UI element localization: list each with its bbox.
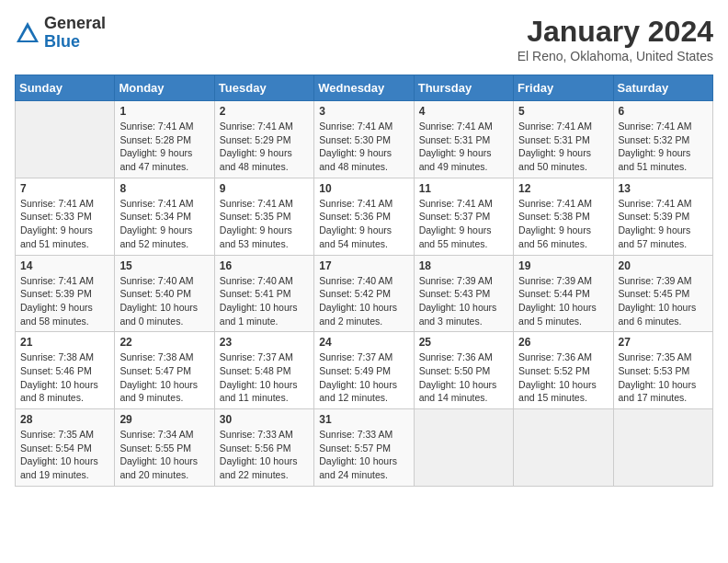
day-info: Sunrise: 7:37 AMSunset: 5:48 PMDaylight:… [220,350,309,405]
weekday-header: Sunday [16,75,115,101]
day-number: 11 [419,182,508,195]
calendar-cell: 13Sunrise: 7:41 AMSunset: 5:39 PMDayligh… [613,178,712,255]
calendar-cell: 11Sunrise: 7:41 AMSunset: 5:37 PMDayligh… [414,178,513,255]
calendar-cell: 26Sunrise: 7:36 AMSunset: 5:52 PMDayligh… [514,332,613,409]
day-number: 17 [319,259,408,272]
calendar-cell: 9Sunrise: 7:41 AMSunset: 5:35 PMDaylight… [214,178,313,255]
day-info: Sunrise: 7:41 AMSunset: 5:31 PMDaylight:… [518,120,608,174]
day-info: Sunrise: 7:39 AMSunset: 5:44 PMDaylight:… [518,274,608,328]
calendar-subtitle: El Reno, Oklahoma, United States [518,49,713,63]
day-number: 26 [518,336,608,349]
day-number: 24 [319,336,408,349]
day-info: Sunrise: 7:38 AMSunset: 5:46 PMDaylight:… [20,350,109,405]
day-number: 30 [220,413,309,426]
calendar-cell: 24Sunrise: 7:37 AMSunset: 5:49 PMDayligh… [314,332,414,409]
calendar-week-row: 21Sunrise: 7:38 AMSunset: 5:46 PMDayligh… [16,332,713,409]
day-info: Sunrise: 7:35 AMSunset: 5:54 PMDaylight:… [20,428,109,482]
day-number: 7 [20,182,109,195]
calendar-week-row: 28Sunrise: 7:35 AMSunset: 5:54 PMDayligh… [16,409,713,487]
calendar-cell: 6Sunrise: 7:41 AMSunset: 5:32 PMDaylight… [613,101,712,178]
logo-icon [15,20,40,46]
day-number: 20 [619,259,708,272]
day-info: Sunrise: 7:36 AMSunset: 5:52 PMDaylight:… [518,350,608,405]
day-info: Sunrise: 7:34 AMSunset: 5:55 PMDaylight:… [119,428,209,482]
day-number: 14 [20,259,109,272]
day-info: Sunrise: 7:39 AMSunset: 5:43 PMDaylight:… [419,274,508,328]
day-info: Sunrise: 7:40 AMSunset: 5:42 PMDaylight:… [319,274,408,328]
day-info: Sunrise: 7:35 AMSunset: 5:53 PMDaylight:… [619,350,708,405]
day-number: 3 [319,105,408,118]
day-info: Sunrise: 7:33 AMSunset: 5:56 PMDaylight:… [220,428,309,482]
day-info: Sunrise: 7:37 AMSunset: 5:49 PMDaylight:… [319,350,408,405]
weekday-header: Tuesday [214,75,313,101]
title-block: January 2024 El Reno, Oklahoma, United S… [518,15,713,63]
logo-line1: General [44,15,106,33]
day-number: 16 [220,259,309,272]
day-info: Sunrise: 7:33 AMSunset: 5:57 PMDaylight:… [319,428,408,482]
calendar-cell: 31Sunrise: 7:33 AMSunset: 5:57 PMDayligh… [314,409,414,487]
day-number: 18 [419,259,508,272]
calendar-week-row: 1Sunrise: 7:41 AMSunset: 5:28 PMDaylight… [16,101,713,178]
day-info: Sunrise: 7:41 AMSunset: 5:28 PMDaylight:… [119,120,209,174]
weekday-row: SundayMondayTuesdayWednesdayThursdayFrid… [16,75,713,101]
day-number: 2 [220,105,309,118]
calendar-cell: 2Sunrise: 7:41 AMSunset: 5:29 PMDaylight… [214,101,313,178]
day-number: 25 [419,336,508,349]
calendar-table: SundayMondayTuesdayWednesdayThursdayFrid… [15,75,713,487]
day-info: Sunrise: 7:38 AMSunset: 5:47 PMDaylight:… [119,350,209,405]
weekday-header: Friday [514,75,613,101]
calendar-cell: 27Sunrise: 7:35 AMSunset: 5:53 PMDayligh… [613,332,712,409]
day-number: 27 [619,336,708,349]
page-header: General Blue January 2024 El Reno, Oklah… [15,15,713,63]
day-info: Sunrise: 7:41 AMSunset: 5:34 PMDaylight:… [119,197,209,251]
calendar-week-row: 14Sunrise: 7:41 AMSunset: 5:39 PMDayligh… [16,255,713,332]
calendar-cell: 29Sunrise: 7:34 AMSunset: 5:55 PMDayligh… [115,409,214,487]
calendar-cell [613,409,712,487]
calendar-cell: 28Sunrise: 7:35 AMSunset: 5:54 PMDayligh… [16,409,115,487]
day-number: 15 [119,259,209,272]
weekday-header: Thursday [414,75,513,101]
calendar-cell: 8Sunrise: 7:41 AMSunset: 5:34 PMDaylight… [115,178,214,255]
calendar-cell: 30Sunrise: 7:33 AMSunset: 5:56 PMDayligh… [214,409,313,487]
calendar-week-row: 7Sunrise: 7:41 AMSunset: 5:33 PMDaylight… [16,178,713,255]
calendar-cell [414,409,513,487]
day-info: Sunrise: 7:41 AMSunset: 5:36 PMDaylight:… [319,197,408,251]
day-info: Sunrise: 7:41 AMSunset: 5:32 PMDaylight:… [619,120,708,174]
day-info: Sunrise: 7:41 AMSunset: 5:35 PMDaylight:… [220,197,309,251]
day-info: Sunrise: 7:41 AMSunset: 5:33 PMDaylight:… [20,197,109,251]
day-info: Sunrise: 7:41 AMSunset: 5:30 PMDaylight:… [319,120,408,174]
day-info: Sunrise: 7:39 AMSunset: 5:45 PMDaylight:… [619,274,708,328]
day-info: Sunrise: 7:41 AMSunset: 5:37 PMDaylight:… [419,197,508,251]
calendar-cell: 25Sunrise: 7:36 AMSunset: 5:50 PMDayligh… [414,332,513,409]
calendar-cell: 22Sunrise: 7:38 AMSunset: 5:47 PMDayligh… [115,332,214,409]
calendar-title: January 2024 [518,15,713,49]
calendar-cell: 23Sunrise: 7:37 AMSunset: 5:48 PMDayligh… [214,332,313,409]
day-number: 31 [319,413,408,426]
calendar-cell: 15Sunrise: 7:40 AMSunset: 5:40 PMDayligh… [115,255,214,332]
day-number: 19 [518,259,608,272]
day-info: Sunrise: 7:41 AMSunset: 5:38 PMDaylight:… [518,197,608,251]
day-number: 12 [518,182,608,195]
logo: General Blue [15,15,106,52]
day-info: Sunrise: 7:41 AMSunset: 5:31 PMDaylight:… [419,120,508,174]
day-number: 28 [20,413,109,426]
day-info: Sunrise: 7:41 AMSunset: 5:39 PMDaylight:… [619,197,708,251]
calendar-cell: 4Sunrise: 7:41 AMSunset: 5:31 PMDaylight… [414,101,513,178]
calendar-header: SundayMondayTuesdayWednesdayThursdayFrid… [16,75,713,101]
day-info: Sunrise: 7:36 AMSunset: 5:50 PMDaylight:… [419,350,508,405]
day-number: 8 [119,182,209,195]
calendar-cell: 7Sunrise: 7:41 AMSunset: 5:33 PMDaylight… [16,178,115,255]
day-number: 10 [319,182,408,195]
day-info: Sunrise: 7:40 AMSunset: 5:40 PMDaylight:… [119,274,209,328]
calendar-cell: 17Sunrise: 7:40 AMSunset: 5:42 PMDayligh… [314,255,414,332]
calendar-cell [16,101,115,178]
day-number: 13 [619,182,708,195]
day-number: 5 [518,105,608,118]
day-number: 23 [220,336,309,349]
day-number: 6 [619,105,708,118]
calendar-cell: 21Sunrise: 7:38 AMSunset: 5:46 PMDayligh… [16,332,115,409]
calendar-cell: 16Sunrise: 7:40 AMSunset: 5:41 PMDayligh… [214,255,313,332]
day-info: Sunrise: 7:41 AMSunset: 5:39 PMDaylight:… [20,274,109,328]
calendar-cell: 12Sunrise: 7:41 AMSunset: 5:38 PMDayligh… [514,178,613,255]
calendar-cell: 10Sunrise: 7:41 AMSunset: 5:36 PMDayligh… [314,178,414,255]
